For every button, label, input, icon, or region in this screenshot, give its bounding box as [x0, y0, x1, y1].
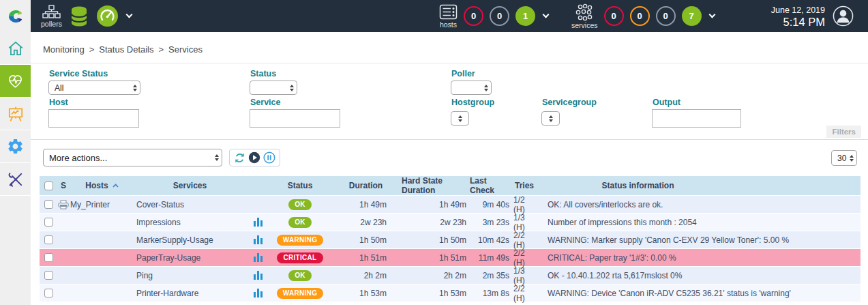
- row-checkbox[interactable]: [44, 218, 53, 227]
- pollers-group: pollers: [41, 0, 132, 32]
- column-header-tries[interactable]: Tries: [515, 181, 534, 190]
- current-time: 5:14 PM: [750, 16, 825, 29]
- services-status-group: services 0007: [571, 0, 715, 32]
- tries-cell: 1/2 (H): [513, 195, 538, 214]
- user-menu-button[interactable]: [833, 5, 854, 29]
- service-link[interactable]: Ping: [136, 271, 153, 280]
- graph-icon[interactable]: [254, 271, 263, 280]
- service-label: Service: [250, 98, 280, 107]
- output-input[interactable]: [652, 109, 741, 128]
- sidebar-item-administration[interactable]: [0, 163, 31, 196]
- hosts-unreachable-count[interactable]: 0: [490, 6, 509, 26]
- poller-database-icon[interactable]: [68, 5, 90, 28]
- host-link[interactable]: My_Printer: [70, 200, 110, 209]
- hosts-chevron-down-icon[interactable]: [543, 12, 550, 18]
- datetime-display: June 12, 2019 5:14 PM: [750, 5, 825, 29]
- poller-latency-gauge-icon[interactable]: [96, 5, 119, 27]
- service-link[interactable]: Impressions: [136, 218, 181, 227]
- column-header-status-information[interactable]: Status information: [601, 181, 674, 190]
- services-chevron-down-icon[interactable]: [708, 12, 715, 18]
- heart-pulse-icon: [6, 72, 25, 90]
- tries-cell: 2/2 (H): [513, 284, 538, 303]
- services-critical-count[interactable]: 0: [604, 6, 624, 26]
- servicegroup-select[interactable]: [541, 111, 560, 126]
- hosts-up-count[interactable]: 1: [515, 6, 535, 26]
- service-status-select[interactable]: All: [48, 81, 140, 95]
- column-header-last-check[interactable]: Last Check: [470, 176, 511, 195]
- hosts-button[interactable]: hosts: [439, 4, 458, 29]
- host-label: Host: [49, 98, 68, 107]
- last-check-cell: 13m 8s: [483, 289, 509, 298]
- row-checkbox[interactable]: [44, 200, 53, 209]
- row-checkbox[interactable]: [44, 253, 53, 262]
- hard-state-duration-cell: 1h 51m: [439, 253, 466, 263]
- select-all-checkbox[interactable]: [44, 181, 53, 190]
- status-select[interactable]: [250, 81, 297, 95]
- graph-icon[interactable]: [254, 235, 263, 244]
- graph-icon[interactable]: [254, 289, 263, 297]
- service-status-value: All: [55, 83, 63, 93]
- status-information-cell: WARNING: Device 'Canon iR-ADV C5235 36.2…: [548, 289, 791, 298]
- column-header-hard-state-duration[interactable]: Hard State Duration: [402, 176, 470, 195]
- servicegroup-label: Servicegroup: [542, 98, 597, 107]
- services-button[interactable]: services: [571, 3, 598, 29]
- graph-icon[interactable]: [254, 218, 263, 227]
- breadcrumb-item[interactable]: Services: [168, 44, 203, 55]
- centreon-logo[interactable]: [0, 0, 31, 32]
- column-header-hosts[interactable]: Hosts: [85, 181, 108, 190]
- tools-icon: [7, 171, 25, 188]
- sidebar-item-home[interactable]: [0, 32, 31, 65]
- graph-icon[interactable]: [254, 253, 263, 262]
- sidebar-item-configuration[interactable]: [0, 130, 31, 163]
- status-information-cell: OK: All covers/interlocks are ok.: [548, 200, 663, 209]
- table-header-row: SHostsServicesStatusDurationHard State D…: [40, 176, 860, 195]
- last-check-cell: 3m 23s: [483, 218, 509, 227]
- column-header-status[interactable]: Status: [288, 181, 313, 190]
- filters-toggle[interactable]: Filters: [826, 126, 861, 138]
- service-input[interactable]: [250, 109, 340, 128]
- sort-asc-icon[interactable]: [113, 184, 119, 188]
- hosts-down-count[interactable]: 0: [464, 6, 483, 26]
- tries-cell: 2/2 (H): [513, 231, 538, 250]
- duration-cell: 2h 2m: [364, 271, 387, 280]
- status-information-cell: WARNING: Marker supply 'Canon C-EXV 29 Y…: [548, 235, 789, 245]
- service-link[interactable]: PaperTray-Usage: [136, 253, 200, 263]
- main-content: Monitoring>Status Details>Services Servi…: [31, 32, 868, 305]
- breadcrumb-item[interactable]: Status Details: [99, 44, 153, 55]
- play-icon: [248, 151, 260, 164]
- service-link[interactable]: Cover-Status: [136, 200, 184, 209]
- dropdown-arrows-icon: [850, 155, 854, 162]
- pollers-chevron-down-icon[interactable]: [125, 12, 132, 18]
- pause-button[interactable]: [263, 151, 275, 164]
- column-header-services[interactable]: Services: [173, 181, 207, 190]
- pollers-button[interactable]: pollers: [41, 5, 62, 28]
- refresh-button[interactable]: [234, 152, 245, 164]
- current-date: June 12, 2019: [750, 5, 825, 16]
- row-checkbox[interactable]: [44, 289, 53, 297]
- column-header-s[interactable]: S: [61, 181, 66, 190]
- sidebar-item-monitoring[interactable]: [0, 65, 31, 98]
- service-link[interactable]: MarkerSupply-Usage: [136, 235, 213, 245]
- hard-state-duration-cell: 1h 53m: [439, 289, 466, 298]
- breadcrumb-item[interactable]: Monitoring: [43, 44, 85, 55]
- poller-select[interactable]: [451, 81, 492, 95]
- column-header-duration[interactable]: Duration: [349, 181, 383, 190]
- service-row: My_PrinterCover-StatusOK1h 49m1h 49m9m 4…: [40, 196, 860, 213]
- row-checkbox[interactable]: [44, 271, 53, 280]
- page-size-select[interactable]: 30: [831, 150, 857, 166]
- home-icon: [7, 40, 25, 57]
- page-size-value: 30: [837, 154, 846, 163]
- dropdown-arrows-icon: [133, 85, 137, 91]
- hard-state-duration-cell: 2h 2m: [444, 271, 466, 280]
- services-ok-count[interactable]: 7: [682, 6, 702, 26]
- play-button[interactable]: [248, 151, 260, 164]
- row-checkbox[interactable]: [44, 235, 53, 244]
- service-link[interactable]: Printer-Hardware: [136, 289, 198, 298]
- duration-cell: 1h 53m: [359, 289, 387, 298]
- more-actions-select[interactable]: More actions...: [43, 149, 222, 166]
- hostgroup-select[interactable]: [451, 111, 469, 126]
- services-warning-count[interactable]: 0: [630, 6, 650, 26]
- host-input[interactable]: [48, 109, 139, 128]
- sidebar-item-reporting[interactable]: [0, 98, 31, 130]
- services-unknown-count[interactable]: 0: [656, 6, 676, 26]
